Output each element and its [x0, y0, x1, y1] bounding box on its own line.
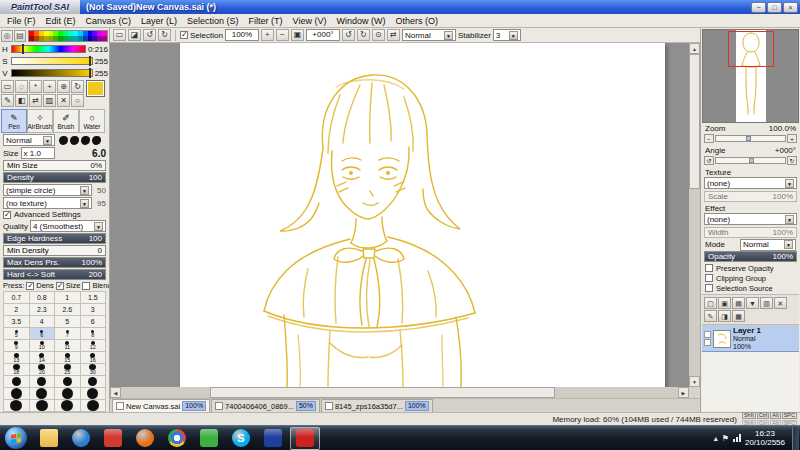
- min-density-slider[interactable]: Min Density0: [3, 245, 106, 256]
- brush-size-cell[interactable]: [30, 388, 56, 400]
- scroll-up-icon[interactable]: ▲: [689, 43, 700, 54]
- brush-size-cell[interactable]: 8: [81, 328, 107, 340]
- duplicate-layer-icon[interactable]: ▤: [732, 297, 745, 309]
- tool-slot-airbrush[interactable]: ✧AirBrush: [27, 109, 53, 133]
- brush-size-cell[interactable]: 13: [4, 352, 30, 364]
- menu-layer[interactable]: Layer (L): [136, 16, 182, 26]
- brush-size-cell[interactable]: 12: [81, 340, 107, 352]
- brush-shape-dropdown[interactable]: (simple circle)▼: [3, 184, 92, 196]
- brush-size-cell[interactable]: 5: [4, 328, 30, 340]
- advanced-settings-checkbox[interactable]: [3, 211, 11, 219]
- delete-layer-icon[interactable]: ✕: [774, 297, 787, 309]
- hard-soft-slider[interactable]: Hard <-> Soft200: [3, 269, 106, 280]
- lasso-select-icon[interactable]: ◌: [15, 80, 28, 93]
- brush-size-cell[interactable]: [81, 376, 107, 388]
- brush-size-cell[interactable]: 3: [81, 304, 107, 316]
- horizontal-scroll-thumb[interactable]: [210, 387, 555, 398]
- brush-size-cell[interactable]: 20: [30, 364, 56, 376]
- navigator-panel[interactable]: [702, 29, 799, 123]
- close-button[interactable]: ×: [783, 2, 798, 13]
- zoom-icon[interactable]: ⊕: [57, 80, 70, 93]
- saturation-slider[interactable]: [11, 57, 93, 65]
- brush-tip-icon[interactable]: [70, 136, 79, 145]
- deselect-icon[interactable]: ✕: [57, 94, 70, 107]
- preserve-opacity-row[interactable]: Preserve Opacity: [702, 263, 799, 273]
- menu-file[interactable]: File (F): [2, 16, 41, 26]
- canvas[interactable]: [180, 43, 665, 387]
- press-dens-checkbox[interactable]: [26, 282, 34, 290]
- deselect-icon[interactable]: ▭: [113, 29, 126, 41]
- minimize-button[interactable]: −: [751, 2, 766, 13]
- angle-cw-icon[interactable]: ↻: [787, 156, 797, 165]
- value-slider[interactable]: [11, 69, 93, 77]
- zoom-out-icon[interactable]: −: [276, 29, 289, 41]
- layer-mode-dropdown[interactable]: Normal▼: [740, 239, 796, 251]
- document-tab[interactable]: 7400406406_0869...50%: [211, 399, 320, 412]
- hand-icon[interactable]: ◧: [15, 94, 28, 107]
- layer-effect-dropdown[interactable]: (none)▼: [704, 213, 797, 225]
- taskbar-sai-icon[interactable]: [290, 427, 320, 450]
- palette-swatch[interactable]: [102, 36, 107, 41]
- selection-visible-checkbox[interactable]: [180, 31, 188, 39]
- zoom-minus-icon[interactable]: −: [704, 134, 714, 143]
- taskbar-chrome-icon[interactable]: [162, 427, 192, 450]
- navigator-view-rect[interactable]: [728, 31, 774, 67]
- special-tool-icon[interactable]: ○: [71, 94, 84, 107]
- min-size-slider[interactable]: Min Size 0%: [3, 160, 106, 171]
- edge-hardness-slider[interactable]: Edge Hardness100: [3, 233, 106, 244]
- clear-layer-icon[interactable]: ▥: [760, 297, 773, 309]
- show-desktop-button[interactable]: [792, 427, 799, 450]
- hue-slider[interactable]: [11, 45, 86, 53]
- layer-item[interactable]: Layer 1 Normal 100%: [702, 326, 799, 352]
- taskbar-media-player-icon[interactable]: [66, 427, 96, 450]
- selection-source-checkbox[interactable]: [705, 284, 713, 292]
- brush-blend-dropdown[interactable]: Normal▼: [3, 134, 55, 146]
- layer-opacity-slider[interactable]: Opacity 100%: [704, 251, 797, 262]
- network-icon[interactable]: [733, 434, 741, 442]
- press-blend-checkbox[interactable]: [82, 282, 90, 290]
- zoom-reset-icon[interactable]: ▣: [291, 29, 304, 41]
- press-size-checkbox[interactable]: [56, 282, 64, 290]
- brush-tip-icon[interactable]: [92, 136, 101, 145]
- rotate-cw-icon[interactable]: ↻: [357, 29, 370, 41]
- scroll-down-icon[interactable]: ▼: [689, 376, 700, 387]
- document-tab[interactable]: New Canvas.sai100%: [112, 399, 210, 412]
- brush-size-cell[interactable]: 10: [30, 340, 56, 352]
- brush-size-cell[interactable]: 2.3: [30, 304, 56, 316]
- angle-ccw-icon[interactable]: ↺: [704, 156, 714, 165]
- zoom-in-icon[interactable]: +: [261, 29, 274, 41]
- taskbar-red-app-icon[interactable]: [98, 427, 128, 450]
- redo-icon[interactable]: ↻: [158, 29, 171, 41]
- move-icon[interactable]: +: [43, 80, 56, 93]
- brush-size-cell[interactable]: 4: [30, 316, 56, 328]
- brush-size-cell[interactable]: [4, 400, 30, 412]
- brush-size-cell[interactable]: 18: [4, 364, 30, 376]
- zoom-value-box[interactable]: 100%: [225, 29, 259, 41]
- undo-icon[interactable]: ↺: [143, 29, 156, 41]
- brush-size-cell[interactable]: 6: [81, 316, 107, 328]
- clipping-group-checkbox[interactable]: [705, 274, 713, 282]
- brush-size-cell[interactable]: [55, 388, 81, 400]
- menu-selection[interactable]: Selection (S): [182, 16, 244, 26]
- brush-size-cell[interactable]: [4, 376, 30, 388]
- document-tab[interactable]: 8145_zps16a35d7...100%: [321, 399, 433, 412]
- brush-tip-icon[interactable]: [59, 136, 68, 145]
- new-folder-icon[interactable]: ▣: [718, 297, 731, 309]
- taskbar-firefox-icon[interactable]: [130, 427, 160, 450]
- navigator-angle-slider[interactable]: ↺ ↻: [704, 156, 797, 165]
- new-linework-layer-icon[interactable]: ✎: [704, 310, 717, 322]
- new-layer-icon[interactable]: ▢: [704, 297, 717, 309]
- grid-toggle-icon[interactable]: ▨: [43, 94, 56, 107]
- quality-dropdown[interactable]: 4 (Smoothest)▼: [30, 220, 106, 232]
- menu-others[interactable]: Others (O): [390, 16, 443, 26]
- horizontal-scrollbar[interactable]: ◀ ▶: [110, 387, 689, 398]
- brush-size-cell[interactable]: [55, 376, 81, 388]
- brush-size-cell[interactable]: 5: [55, 316, 81, 328]
- marquee-select-icon[interactable]: ▭: [1, 80, 14, 93]
- brush-size-cell[interactable]: 9: [4, 340, 30, 352]
- brush-size-cell[interactable]: [55, 400, 81, 412]
- menu-window[interactable]: Window (W): [331, 16, 390, 26]
- brush-size-cell[interactable]: 2: [4, 304, 30, 316]
- rotate-ccw-icon[interactable]: ↺: [342, 29, 355, 41]
- brush-size-cell[interactable]: [30, 400, 56, 412]
